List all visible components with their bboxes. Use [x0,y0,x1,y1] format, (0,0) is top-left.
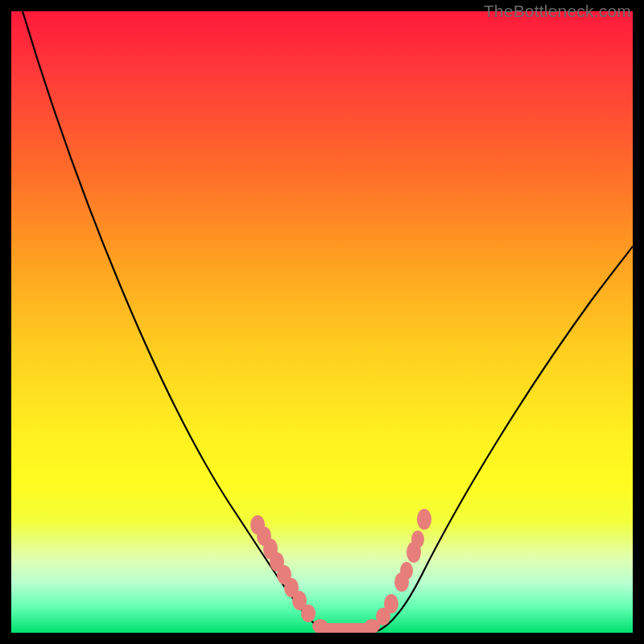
blotch [400,562,413,580]
right-curve [375,246,633,632]
blotch [301,605,316,622]
left-curve [23,11,333,632]
bottom-blotch-band [312,619,380,633]
left-blotch-group [250,515,316,622]
blotch [384,594,398,613]
chart-frame: TheBottleneck.com [0,0,644,644]
right-blotch-group [376,509,431,625]
blotch [417,509,431,530]
blotch [411,530,424,548]
watermark-text: TheBottleneck.com [484,2,631,21]
chart-overlay [11,11,633,633]
blotch [312,619,328,633]
